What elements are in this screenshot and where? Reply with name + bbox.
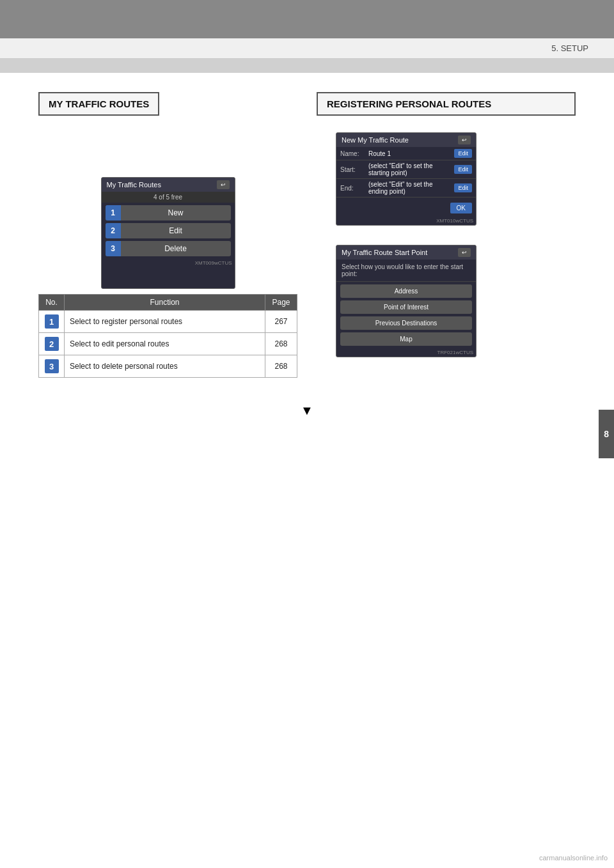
two-column-layout: MY TRAFFIC ROUTES My Traffic Routes ↩ 4 … [38,92,576,378]
table-row: 2 Select to edit personal routes 268 [39,333,297,355]
start-point-title-bar: My Traffic Route Start Point ↩ [336,245,476,260]
map-option[interactable]: Map [340,332,472,346]
row3-num: 3 [39,355,65,378]
my-traffic-routes-heading: MY TRAFFIC ROUTES [38,92,159,116]
start-label: Start: [340,166,366,173]
previous-destinations-option[interactable]: Previous Destinations [340,316,472,330]
my-traffic-routes-screen: My Traffic Routes ↩ 4 of 5 free 1 New 2 … [101,177,235,289]
name-value: Route 1 [366,150,454,157]
table-row: 3 Select to delete personal routes 268 [39,355,297,378]
ok-button[interactable]: OK [450,203,472,213]
top-bar [0,0,614,38]
start-point-title: My Traffic Route Start Point [342,249,427,256]
screen-code-1: XMT009wCTUS [102,259,235,267]
col-header-function: Function [65,295,265,311]
screen-back-button[interactable]: ↩ [217,180,230,189]
new-route-screen: New My Traffic Route ↩ Name: Route 1 Edi… [336,132,476,226]
sub-header [0,59,614,73]
new-route-title: New My Traffic Route [342,136,409,144]
free-count: 4 of 5 free [102,192,235,203]
row3-page: 268 [265,355,297,378]
left-column: MY TRAFFIC ROUTES My Traffic Routes ↩ 4 … [38,92,297,378]
ok-btn-container: OK [336,198,476,217]
row1-function: Select to register personal routes [65,311,265,333]
row2-num: 2 [39,333,65,355]
bottom-dot: ▼ [0,391,614,431]
left-column-inner: MY TRAFFIC ROUTES My Traffic Routes ↩ 4 … [38,92,297,378]
new-button-label: New [121,206,231,220]
right-column: REGISTERING PERSONAL ROUTES New My Traff… [317,92,576,378]
end-field: End: (select "Edit" to set the ending po… [336,179,476,198]
delete-button-label: Delete [121,242,231,256]
new-route-title-bar: New My Traffic Route ↩ [336,133,476,147]
new-button-num: 1 [106,205,121,221]
name-edit-button[interactable]: Edit [454,149,472,158]
function-table: No. Function Page 1 Select to register p… [38,294,297,378]
name-field: Name: Route 1 Edit [336,147,476,160]
name-label: Name: [340,150,366,157]
start-point-instruction: Select how you would like to enter the s… [336,260,476,282]
edit-button[interactable]: 2 Edit [106,223,231,238]
start-point-back-button[interactable]: ↩ [458,248,471,257]
start-value: (select "Edit" to set the starting point… [366,162,454,176]
edit-button-num: 2 [106,223,121,238]
col-header-no: No. [39,295,65,311]
main-content: MY TRAFFIC ROUTES My Traffic Routes ↩ 4 … [0,73,614,391]
new-button[interactable]: 1 New [106,205,231,221]
start-point-screen-code: TRF021wCTUS [336,348,476,357]
poi-option[interactable]: Point of Interest [340,300,472,314]
end-value: (select "Edit" to set the ending point) [366,181,454,195]
delete-button-num: 3 [106,241,121,256]
row1-num: 1 [39,311,65,333]
section-label: 5. SETUP [551,43,588,53]
row1-page: 267 [265,311,297,333]
new-route-back-button[interactable]: ↩ [458,136,471,144]
delete-button[interactable]: 3 Delete [106,241,231,256]
right-column-inner: REGISTERING PERSONAL ROUTES New My Traff… [317,92,576,364]
header-section: 5. SETUP [0,38,614,59]
registering-routes-heading: REGISTERING PERSONAL ROUTES [317,92,576,116]
new-route-screen-code: XMT010wCTUS [336,217,476,225]
table-row: 1 Select to register personal routes 267 [39,311,297,333]
start-point-screen: My Traffic Route Start Point ↩ Select ho… [336,245,476,357]
row3-function: Select to delete personal routes [65,355,265,378]
start-edit-button[interactable]: Edit [454,165,472,174]
screen-title: My Traffic Routes [107,181,161,189]
end-label: End: [340,185,366,192]
address-option[interactable]: Address [340,284,472,298]
row2-page: 268 [265,333,297,355]
edit-button-label: Edit [121,224,231,238]
page-badge: 8 [599,410,614,458]
screen-title-bar: My Traffic Routes ↩ [102,178,235,192]
start-field: Start: (select "Edit" to set the startin… [336,160,476,179]
end-edit-button[interactable]: Edit [454,183,472,192]
watermark: carmanualsonline.info [539,854,608,862]
col-header-page: Page [265,295,297,311]
row2-function: Select to edit personal routes [65,333,265,355]
